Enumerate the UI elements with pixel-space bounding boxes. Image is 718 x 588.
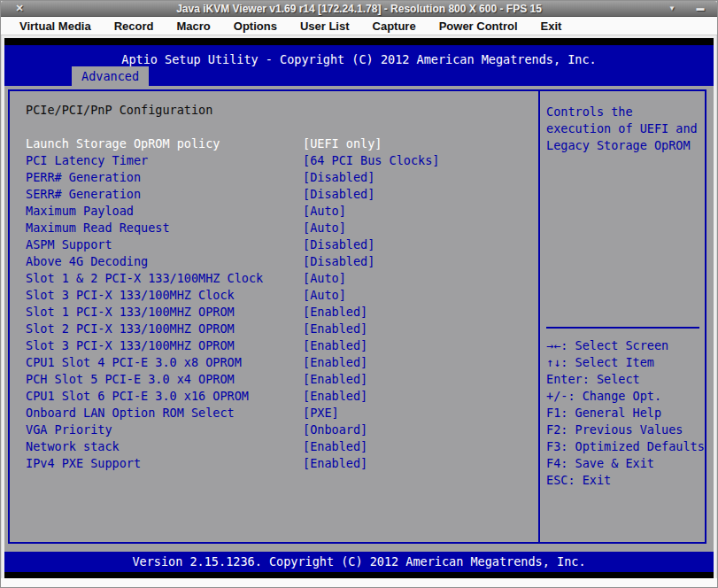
setting-row[interactable]: PERR# Generation[Disabled] [26,169,538,186]
setting-label: SERR# Generation [26,186,303,203]
bios-panels: PCIe/PCI/PnP Configuration Launch Storag… [8,89,706,544]
setting-value: [Enabled] [303,337,367,354]
setting-label: Maximum Payload [26,203,303,220]
setting-value: [Enabled] [303,321,367,337]
setting-value: [PXE] [303,405,339,422]
setting-value: [Disabled] [303,253,374,270]
menu-item-options[interactable]: Options [222,17,289,35]
menu-item-exit[interactable]: Exit [529,17,574,35]
settings-list: Launch Storage OpROM policy[UEFI only]PC… [26,135,538,472]
setting-row[interactable]: Slot 1 & 2 PCI-X 133/100MHZ Clock[Auto] [26,270,538,287]
window-bottom-margin [1,578,717,587]
setting-row[interactable]: Slot 2 PCI-X 133/100MHZ OPROM[Enabled] [26,321,538,337]
key-hint: F1: General Help [546,405,701,422]
window-title: Java iKVM Viewer v1.69 r14 [172.24.1.78]… [1,3,717,15]
setting-row[interactable]: PCH Slot 5 PCI-E 3.0 x4 OPROM[Enabled] [26,371,538,388]
setting-value: [Disabled] [303,169,374,186]
setting-label: Slot 1 & 2 PCI-X 133/100MHZ Clock [26,270,303,287]
setting-value: [Auto] [303,287,346,304]
key-hint: F4: Save & Exit [546,455,701,472]
help-text-line: Controls the [546,104,701,120]
setting-label: PCI Latency Timer [26,152,303,169]
setting-value: [Auto] [303,203,346,220]
setting-label: ASPM Support [26,236,303,253]
setting-value: [Enabled] [303,371,367,388]
help-text: Controls theexecution of UEFI andLegacy … [546,104,701,154]
setting-label: Maximum Read Request [26,220,303,236]
setting-label: PERR# Generation [26,169,303,186]
setting-row[interactable]: SERR# Generation[Disabled] [26,186,538,203]
setting-label: CPU1 Slot 4 PCI-E 3.0 x8 OPROM [26,354,303,371]
setting-row[interactable]: IPv4 PXE Support[Enabled] [26,455,538,472]
bios-header-title: Aptio Setup Utility - Copyright (C) 2012… [4,45,714,68]
setting-label: Slot 1 PCI-X 133/100MHZ OPROM [26,304,303,321]
setting-value: [Enabled] [303,455,367,472]
setting-row[interactable]: Onboard LAN Option ROM Select[PXE] [26,405,538,422]
key-hint: F2: Previous Values [546,422,701,438]
menu-item-macro[interactable]: Macro [165,17,221,35]
menu-item-capture[interactable]: Capture [361,17,428,35]
setting-value: [Enabled] [303,304,367,321]
key-hint: ↑↓: Select Item [546,354,701,371]
setting-row[interactable]: Slot 1 PCI-X 133/100MHZ OPROM[Enabled] [26,304,538,321]
setting-value: [Enabled] [303,438,367,455]
help-panel: Controls theexecution of UEFI andLegacy … [540,91,705,542]
titlebar[interactable]: ✕ Java iKVM Viewer v1.69 r14 [172.24.1.7… [1,1,717,17]
minimize-icon[interactable]: ▬ [689,3,712,15]
spacer [26,119,538,135]
close-icon[interactable]: ✕ [8,3,31,15]
setting-row[interactable]: Slot 3 PCI-X 133/100MHZ OPROM[Enabled] [26,337,538,354]
setting-label: Above 4G Decoding [26,253,303,270]
setting-value: [64 PCI Bus Clocks] [303,152,439,169]
setting-label: Onboard LAN Option ROM Select [26,405,303,422]
setting-row[interactable]: Network stack[Enabled] [26,438,538,455]
setting-value: [Disabled] [303,186,374,203]
help-divider [546,327,699,329]
setting-value: [Disabled] [303,236,374,253]
menu-item-record[interactable]: Record [103,17,166,35]
setting-label: Slot 2 PCI-X 133/100MHZ OPROM [26,321,303,337]
help-text-line: Legacy Storage OpROM [546,137,701,154]
setting-label: IPv4 PXE Support [26,455,303,472]
top-black-strip [4,38,714,45]
setting-value: [Auto] [303,220,346,236]
ikvm-viewer-window: ✕ Java iKVM Viewer v1.69 r14 [172.24.1.7… [0,0,718,588]
setting-value: [Auto] [303,270,346,287]
setting-value: [Enabled] [303,354,367,371]
setting-row[interactable]: CPU1 Slot 4 PCI-E 3.0 x8 OPROM[Enabled] [26,354,538,371]
setting-row[interactable]: Maximum Payload[Auto] [26,203,538,220]
menu-item-user-list[interactable]: User List [289,17,361,35]
help-text-line: execution of UEFI and [546,120,701,137]
setting-row[interactable]: Maximum Read Request[Auto] [26,220,538,236]
key-hint: →←: Select Screen [546,337,701,354]
setting-value: [Onboard] [303,422,367,438]
bios-screen: Aptio Setup Utility - Copyright (C) 2012… [4,38,714,578]
setting-label: Launch Storage OpROM policy [26,135,303,152]
setting-row[interactable]: Above 4G Decoding[Disabled] [26,253,538,270]
setting-row[interactable]: PCI Latency Timer[64 PCI Bus Clocks] [26,152,538,169]
setting-label: VGA Priority [26,422,303,438]
bottom-black-strip [4,572,714,578]
bios-header: Aptio Setup Utility - Copyright (C) 2012… [4,45,714,86]
setting-label: PCH Slot 5 PCI-E 3.0 x4 OPROM [26,371,303,388]
setting-row[interactable]: Slot 3 PCI-X 133/100MHZ Clock[Auto] [26,287,538,304]
tab-advanced[interactable]: Advanced [72,66,149,86]
chevron-down-icon[interactable]: ▼ [660,3,683,15]
setting-row[interactable]: Launch Storage OpROM policy[UEFI only] [26,135,538,152]
setting-value: [UEFI only] [303,135,382,152]
section-title: PCIe/PCI/PnP Configuration [26,102,538,119]
menu-item-virtual-media[interactable]: Virtual Media [8,17,103,35]
settings-panel: PCIe/PCI/PnP Configuration Launch Storag… [10,91,540,542]
key-hint: ESC: Exit [546,472,701,489]
menu-item-power-control[interactable]: Power Control [428,17,529,35]
key-hint: Enter: Select [546,371,701,388]
setting-row[interactable]: VGA Priority[Onboard] [26,422,538,438]
setting-label: Slot 3 PCI-X 133/100MHZ Clock [26,287,303,304]
setting-row[interactable]: ASPM Support[Disabled] [26,236,538,253]
menubar: Virtual MediaRecordMacroOptionsUser List… [1,17,717,35]
setting-value: [Enabled] [303,388,367,405]
key-hint: +/-: Change Opt. [546,388,701,405]
setting-label: CPU1 Slot 6 PCI-E 3.0 x16 OPROM [26,388,303,405]
key-hints: →←: Select Screen↑↓: Select ItemEnter: S… [546,337,701,489]
setting-row[interactable]: CPU1 Slot 6 PCI-E 3.0 x16 OPROM[Enabled] [26,388,538,405]
